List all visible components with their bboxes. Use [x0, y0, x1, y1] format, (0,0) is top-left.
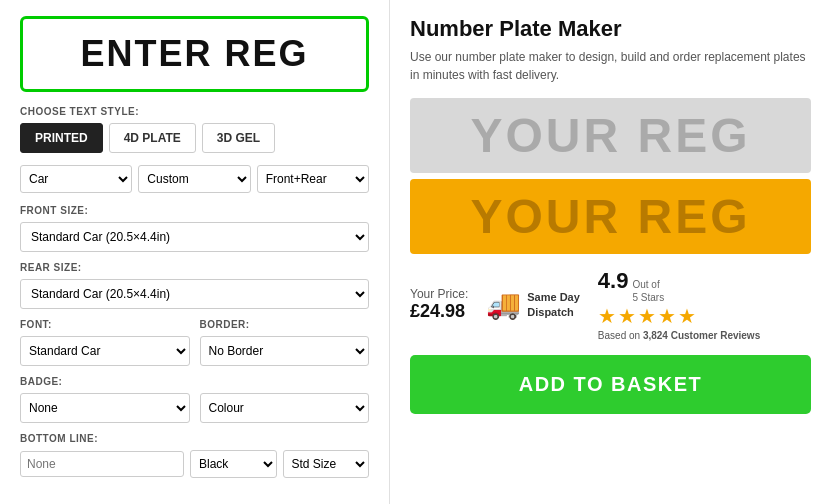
text-style-3d[interactable]: 3D GEL — [202, 123, 275, 153]
badge-row: BADGE: None UK GB COLOUR: Colour Black &… — [20, 376, 369, 423]
badge-label: BADGE: — [20, 376, 190, 387]
star-3: ★ — [638, 304, 656, 328]
rating-out-of: Out of5 Stars — [632, 278, 664, 304]
front-size-field: FRONT SIZE: Standard Car (20.5×4.4in) Mo… — [20, 205, 369, 252]
rating-reviews: Based on 3,824 Customer Reviews — [598, 330, 760, 341]
bottom-line-label: BOTTOM LINE: — [20, 433, 369, 444]
quantity-dropdown[interactable]: Front+Rear Front Only Rear Only — [257, 165, 369, 193]
front-plate-text: YOUR REG — [470, 109, 750, 162]
badge-col: BADGE: None UK GB — [20, 376, 190, 423]
reg-placeholder-text: ENTER REG — [80, 33, 308, 74]
left-panel: ENTER REG CHOOSE TEXT STYLE: PRINTED 4D … — [0, 0, 390, 504]
badge-dropdown[interactable]: None UK GB — [20, 393, 190, 423]
badge-colour-dropdown[interactable]: Colour Black & White — [200, 393, 370, 423]
font-label: FONT: — [20, 319, 190, 330]
page-title: Number Plate Maker — [410, 16, 811, 42]
rating-number: 4.9 — [598, 268, 629, 294]
price-block: Your Price: £24.98 — [410, 287, 468, 322]
info-row: Your Price: £24.98 🚚 Same DayDispatch 4.… — [410, 268, 811, 341]
font-col: FONT: Standard Car Charles Wright 3D — [20, 319, 190, 366]
bottom-line-colour-dropdown[interactable]: Black White Yellow — [190, 450, 277, 478]
text-style-label: CHOOSE TEXT STYLE: — [20, 106, 369, 117]
style-dropdown[interactable]: Custom Standard Show Plate — [138, 165, 250, 193]
bottom-line-input[interactable] — [20, 451, 184, 477]
rear-size-dropdown[interactable]: Standard Car (20.5×4.4in) Motorcycle Van — [20, 279, 369, 309]
rear-size-field: REAR SIZE: Standard Car (20.5×4.4in) Mot… — [20, 262, 369, 309]
dispatch-text: Same DayDispatch — [527, 290, 580, 319]
rear-size-label: REAR SIZE: — [20, 262, 369, 273]
text-style-printed[interactable]: PRINTED — [20, 123, 103, 153]
reg-input-box[interactable]: ENTER REG — [20, 16, 369, 92]
rear-plate: YOUR REG — [410, 179, 811, 254]
front-size-label: FRONT SIZE: — [20, 205, 369, 216]
right-panel: Number Plate Maker Use our number plate … — [390, 0, 831, 504]
add-to-basket-button[interactable]: ADD TO BASKET — [410, 355, 811, 414]
bottom-line-row: Black White Yellow Std Size Small Large — [20, 450, 369, 478]
bottom-line-size-dropdown[interactable]: Std Size Small Large — [283, 450, 370, 478]
plates-preview: YOUR REG YOUR REG — [410, 98, 811, 254]
rating-top: 4.9 Out of5 Stars — [598, 268, 760, 304]
font-border-row: FONT: Standard Car Charles Wright 3D BOR… — [20, 319, 369, 366]
price-value: £24.98 — [410, 301, 468, 322]
dispatch-block: 🚚 Same DayDispatch — [486, 288, 580, 321]
rear-plate-text: YOUR REG — [470, 190, 750, 243]
star-5: ★ — [678, 304, 696, 328]
border-col: BORDER: No Border Black Border Green Bor… — [200, 319, 370, 366]
star-4: ★ — [658, 304, 676, 328]
font-dropdown[interactable]: Standard Car Charles Wright 3D — [20, 336, 190, 366]
text-style-buttons: PRINTED 4D PLATE 3D GEL — [20, 123, 369, 153]
stars-row: ★ ★ ★ ★ ★ — [598, 304, 760, 328]
front-size-dropdown[interactable]: Standard Car (20.5×4.4in) Motorcycle Van — [20, 222, 369, 252]
page-description: Use our number plate maker to design, bu… — [410, 48, 811, 84]
front-plate: YOUR REG — [410, 98, 811, 173]
vehicle-style-qty-row: Car Motorcycle Van Custom Standard Show … — [20, 165, 369, 193]
star-2: ★ — [618, 304, 636, 328]
star-1: ★ — [598, 304, 616, 328]
border-label: BORDER: — [200, 319, 370, 330]
text-style-4d[interactable]: 4D PLATE — [109, 123, 196, 153]
price-label: Your Price: — [410, 287, 468, 301]
border-dropdown[interactable]: No Border Black Border Green Border — [200, 336, 370, 366]
badge-colour-col: COLOUR: Colour Black & White — [200, 376, 370, 423]
vehicle-dropdown[interactable]: Car Motorcycle Van — [20, 165, 132, 193]
rating-block: 4.9 Out of5 Stars ★ ★ ★ ★ ★ Based on 3,8… — [598, 268, 760, 341]
dispatch-icon: 🚚 — [486, 288, 521, 321]
